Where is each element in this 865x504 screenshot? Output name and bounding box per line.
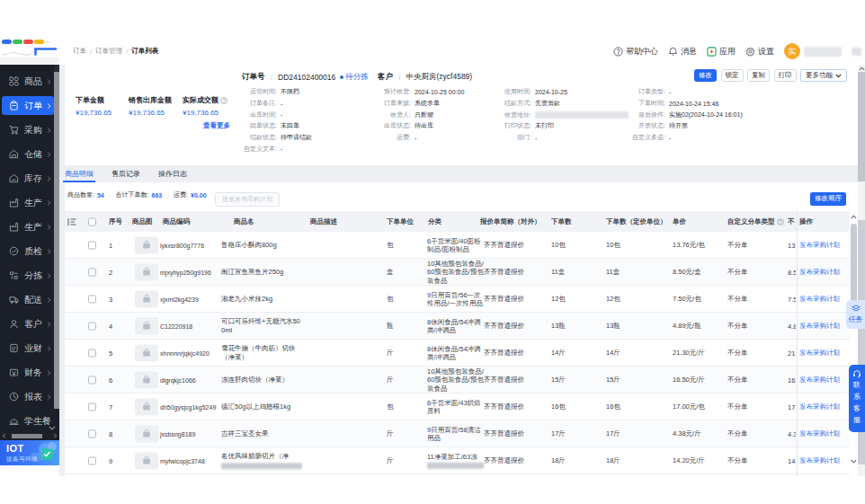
- field-label: 出库状态:: [357, 121, 411, 130]
- row-checkbox[interactable]: [88, 376, 96, 384]
- product-image-placeholder[interactable]: [135, 452, 158, 469]
- row-checkbox[interactable]: [88, 402, 96, 411]
- product-image-placeholder[interactable]: [135, 290, 158, 307]
- publish-purchase-plan-link[interactable]: 发布采购计划: [799, 295, 840, 304]
- publish-purchase-plan-link[interactable]: 发布采购计划: [799, 429, 840, 438]
- row-checkbox[interactable]: [88, 349, 96, 357]
- sidebar-item-delivery[interactable]: 配送: [0, 287, 59, 312]
- contact-support-button[interactable]: 联系客服: [849, 365, 865, 432]
- apps-button[interactable]: 应用: [707, 46, 736, 57]
- sidebar-item-label: 生产: [24, 197, 42, 209]
- company-logo: [0, 36, 59, 59]
- publish-purchase-plan-link[interactable]: 发布采购计划: [799, 402, 840, 411]
- breadcrumb-item[interactable]: 订单管理: [95, 47, 122, 56]
- expand-all-icon[interactable]: [67, 217, 76, 225]
- iot-banner[interactable]: IOT 设备与环境: [0, 440, 59, 465]
- inventory-icon: [9, 173, 19, 183]
- order-detail-field: 出库时间: -: [218, 109, 312, 120]
- sidebar-item-finance[interactable]: 财务: [0, 360, 59, 385]
- table-row: 9 myfwlcopjc3748 名优风味腊肠切片（净 斤 11净菜加工/63冻…: [65, 447, 858, 474]
- sidebar-item-label: 生产: [24, 221, 42, 234]
- col-header-code: 商品编码: [163, 217, 190, 226]
- product-table-card: 商品数量:54 ｜ 合计下单数:663 ｜ 运费:¥0.00 批量发布采购计划 …: [65, 182, 858, 476]
- corner-widget-redacted[interactable]: [852, 48, 861, 56]
- task-float-button[interactable]: 任务: [846, 300, 865, 329]
- sidebar-hscroll-thumb[interactable]: [12, 434, 42, 438]
- avatar[interactable]: 实: [784, 43, 800, 59]
- row-checkbox[interactable]: [88, 322, 96, 330]
- product-image-placeholder[interactable]: [135, 317, 158, 334]
- sidebar-item-report[interactable]: 报表: [0, 385, 59, 409]
- row-checkbox[interactable]: [88, 429, 96, 438]
- sidebar-item-icon: [9, 101, 19, 111]
- publish-purchase-plan-link[interactable]: 发布采购计划: [799, 349, 840, 358]
- help-center-button[interactable]: 帮助中心: [613, 46, 658, 57]
- sidebar-item-customer[interactable]: 客户: [0, 312, 59, 336]
- sidebar-item-label: 仓储: [24, 148, 42, 161]
- product-image-placeholder[interactable]: [135, 398, 158, 415]
- scroll-right-icon[interactable]: [53, 433, 58, 438]
- cell-price: 7.50元/包: [673, 295, 701, 304]
- settings-button[interactable]: 设置: [745, 46, 774, 57]
- sidebar-item-warehouse[interactable]: 仓储: [0, 142, 59, 166]
- sidebar-item-quality[interactable]: 质检: [0, 239, 59, 263]
- cell-qty-price-unit: 14斤: [606, 349, 620, 358]
- sidebar-item-orders[interactable]: 订单: [0, 93, 59, 118]
- publish-purchase-plan-link[interactable]: 发布采购计划: [799, 241, 840, 250]
- table-scrollbar-thumb[interactable]: [851, 224, 857, 310]
- question-circle-icon[interactable]: [777, 218, 784, 225]
- publish-purchase-plan-link[interactable]: 发布采购计划: [799, 456, 840, 465]
- breadcrumb-item[interactable]: 订单: [73, 47, 86, 56]
- sidebar-expand-chevron-down-icon[interactable]: [49, 426, 56, 430]
- image-placeholder-icon: [142, 322, 151, 331]
- sidebar-item-purchase[interactable]: 采购: [0, 118, 59, 142]
- order-detail-field: 预计收货: 2024-10-25 00:00: [357, 86, 464, 98]
- sidebar-item-biz-finance[interactable]: 业财: [0, 336, 59, 360]
- customer-icon: [9, 319, 19, 329]
- messages-button[interactable]: 消息: [668, 46, 697, 57]
- table-summary-row: 商品数量:54 ｜ 合计下单数:663 ｜ 运费:¥0.00 批量发布采购计划 …: [65, 182, 858, 211]
- order-info-card: 订单号 ： DD24102400016 待分拣 客户 ： 中央厨房(zycf45…: [65, 65, 858, 165]
- row-checkbox[interactable]: [88, 241, 96, 249]
- cell-code: myfwlcopjc3748: [160, 457, 223, 464]
- scroll-up-icon[interactable]: [851, 215, 857, 219]
- select-all-checkbox[interactable]: [88, 217, 96, 225]
- publish-purchase-plan-link[interactable]: 发布采购计划: [799, 322, 840, 331]
- publish-purchase-plan-link[interactable]: 发布采购计划: [799, 268, 840, 277]
- production-icon: [9, 198, 19, 208]
- sidebar-item-inventory[interactable]: 库存: [0, 166, 59, 190]
- sidebar-item-label: 学生餐: [24, 415, 51, 428]
- row-checkbox[interactable]: [88, 456, 96, 464]
- product-image-placeholder[interactable]: [135, 425, 158, 442]
- scroll-down-icon[interactable]: [851, 459, 857, 464]
- publish-purchase-plan-link[interactable]: 发布采购计划: [799, 376, 840, 385]
- product-image-placeholder[interactable]: [135, 263, 158, 280]
- messages-label: 消息: [681, 46, 697, 57]
- tab-operation-log[interactable]: 操作日志: [158, 165, 187, 182]
- production-icon: [9, 222, 19, 232]
- total-qty-value: 663: [152, 192, 163, 199]
- batch-publish-button-disabled[interactable]: 批量发布采购计划: [215, 192, 280, 207]
- breadcrumb-separator: /: [126, 48, 128, 56]
- order-detail-field: 结款状态: 待申请结款: [218, 132, 312, 144]
- sidebar-item-production[interactable]: 生产: [0, 190, 59, 215]
- row-checkbox[interactable]: [88, 295, 96, 303]
- product-image-placeholder[interactable]: [135, 371, 158, 388]
- tab-aftersale-records[interactable]: 售后记录: [111, 165, 140, 182]
- scroll-left-icon[interactable]: [2, 433, 6, 438]
- page-scrollbar-thumb[interactable]: [858, 72, 865, 181]
- modify-order-button[interactable]: 修改顺序: [810, 192, 846, 206]
- table-scrollbar[interactable]: [850, 211, 858, 476]
- sidebar-item-sorting[interactable]: 分拣: [0, 263, 59, 287]
- scroll-up-icon[interactable]: [859, 66, 865, 71]
- sidebar-horizontal-scrollbar[interactable]: [0, 432, 59, 439]
- tab-product-detail[interactable]: 商品明细: [65, 165, 94, 182]
- sidebar-item-icon: [9, 222, 19, 232]
- product-image-placeholder[interactable]: [135, 344, 158, 361]
- checkbox-icon: [88, 456, 96, 464]
- sidebar-item-goods[interactable]: 商品: [0, 69, 59, 93]
- sidebar-item-production[interactable]: 生产: [0, 215, 59, 239]
- product-image-placeholder[interactable]: [135, 236, 158, 253]
- row-checkbox[interactable]: [88, 268, 96, 276]
- image-placeholder-icon: [142, 268, 151, 277]
